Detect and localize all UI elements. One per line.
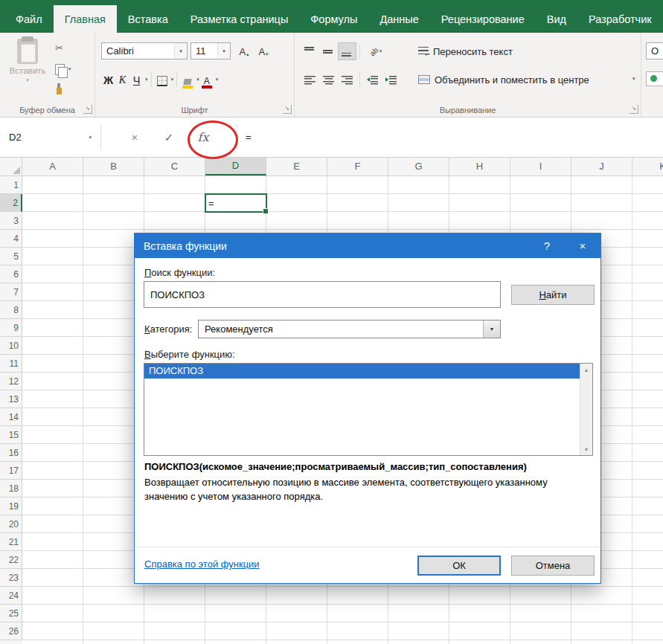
align-middle-button[interactable] [319, 42, 338, 60]
row-header[interactable]: 24 [0, 587, 22, 605]
row-header[interactable]: 7 [0, 283, 22, 301]
fill-color-button[interactable] [180, 71, 195, 88]
find-button[interactable]: Найти [511, 285, 595, 305]
ribbon-tab[interactable]: Рецензирование [430, 5, 536, 33]
row-header[interactable]: 21 [0, 533, 22, 551]
column-header[interactable]: K [632, 158, 663, 176]
ribbon-tab[interactable]: Данные [368, 5, 429, 33]
row-header[interactable]: 5 [0, 248, 22, 265]
scroll-up-icon[interactable]: ▲ [580, 364, 592, 376]
ribbon-tab[interactable]: Формулы [299, 5, 368, 33]
ribbon-tab[interactable]: Разметка страницы [179, 5, 300, 33]
scroll-down-icon[interactable]: ▼ [580, 443, 592, 455]
row-header[interactable]: 20 [0, 515, 22, 533]
row-header[interactable]: 26 [0, 622, 22, 640]
function-search-input[interactable] [144, 281, 501, 308]
select-all-corner[interactable] [0, 158, 22, 176]
decrease-font-size-button[interactable]: А▾ [254, 42, 272, 59]
row-header[interactable]: 12 [0, 373, 22, 390]
help-button[interactable]: ? [529, 234, 565, 258]
enter-icon[interactable]: ✓ [162, 131, 176, 144]
dialog-launcher-icon[interactable] [630, 105, 638, 114]
align-top-button[interactable] [301, 42, 319, 60]
chevron-down-icon[interactable] [216, 77, 219, 83]
row-header[interactable]: 25 [0, 605, 22, 622]
name-box[interactable]: D2 [0, 117, 100, 157]
column-header[interactable]: H [449, 158, 510, 176]
chevron-down-icon[interactable] [174, 43, 187, 59]
dialog-launcher-icon[interactable] [83, 105, 92, 114]
function-list-item[interactable]: ПОИСКПОЗ [144, 364, 580, 379]
merge-center-button[interactable]: Объединить и поместить в центре [418, 70, 589, 89]
close-icon[interactable]: × [565, 234, 600, 258]
font-name-combo[interactable]: Calibri [101, 42, 188, 59]
column-header[interactable]: F [327, 158, 388, 176]
chevron-down-icon[interactable] [89, 135, 92, 141]
dialog-launcher-icon[interactable] [283, 105, 292, 114]
cancel-icon[interactable]: × [128, 131, 141, 144]
row-header[interactable]: 15 [0, 426, 22, 444]
ribbon-tab[interactable]: Разработчик [577, 5, 663, 33]
ribbon-tab[interactable]: Вставка [117, 5, 179, 33]
insert-function-icon[interactable]: fx [196, 130, 210, 144]
column-header[interactable]: C [144, 158, 205, 176]
column-header[interactable]: B [83, 158, 144, 176]
increase-font-size-button[interactable]: А▴ [235, 42, 253, 59]
row-header[interactable]: 17 [0, 462, 22, 480]
format-painter-button[interactable] [55, 83, 82, 98]
copy-button[interactable] [55, 62, 82, 77]
row-header[interactable]: 14 [0, 408, 22, 426]
row-header[interactable]: 6 [0, 265, 22, 283]
align-bottom-button[interactable] [338, 42, 356, 60]
active-cell[interactable]: = [205, 193, 267, 213]
row-header[interactable]: 11 [0, 355, 22, 373]
row-header[interactable]: 9 [0, 319, 22, 337]
row-header[interactable]: 13 [0, 390, 22, 408]
column-header[interactable]: I [510, 158, 571, 176]
ribbon-tab[interactable]: Главная [54, 5, 117, 33]
row-header[interactable]: 10 [0, 337, 22, 355]
font-size-combo[interactable]: 11 [190, 42, 231, 59]
bold-button[interactable]: Ж [101, 71, 115, 88]
row-header[interactable]: 4 [0, 230, 22, 248]
align-right-button[interactable] [338, 71, 356, 88]
align-center-button[interactable] [319, 71, 338, 88]
chevron-down-icon[interactable] [171, 77, 174, 83]
column-header[interactable]: E [266, 158, 327, 176]
chevron-down-icon[interactable] [217, 43, 230, 59]
row-header[interactable]: 22 [0, 551, 22, 569]
align-left-button[interactable] [301, 71, 319, 88]
decrease-indent-button[interactable] [363, 71, 382, 88]
ribbon-tab[interactable]: Файл [4, 5, 54, 33]
chevron-down-icon[interactable] [145, 77, 148, 83]
chevron-down-icon[interactable] [632, 76, 635, 82]
list-scrollbar[interactable]: ▲ ▼ [580, 364, 592, 455]
row-header[interactable]: 2 [0, 194, 22, 212]
number-format-combo[interactable]: О [646, 42, 663, 59]
ok-button[interactable]: ОК [417, 556, 501, 576]
row-header[interactable]: 16 [0, 444, 22, 462]
row-header[interactable]: 19 [0, 498, 22, 515]
row-header[interactable]: 1 [0, 176, 22, 194]
borders-button[interactable] [155, 71, 170, 88]
row-header[interactable]: 23 [0, 569, 22, 587]
row-header[interactable]: 3 [0, 212, 22, 230]
column-header[interactable]: J [571, 158, 632, 176]
cut-button[interactable]: ✂ [55, 40, 82, 55]
italic-button[interactable]: К [115, 71, 129, 88]
ribbon-tab[interactable]: Вид [536, 5, 577, 33]
category-dropdown[interactable]: Рекомендуется [198, 320, 501, 338]
chevron-down-icon[interactable] [483, 321, 500, 338]
increase-indent-button[interactable] [382, 71, 400, 88]
function-list[interactable]: ▲ ▼ ПОИСКПОЗ [144, 363, 593, 456]
cancel-button[interactable]: Отмена [511, 556, 595, 576]
accounting-format-icon[interactable] [646, 71, 663, 86]
row-header[interactable]: 8 [0, 301, 22, 319]
wrap-text-button[interactable]: Переносить текст [418, 42, 513, 61]
row-header[interactable]: 18 [0, 480, 22, 498]
underline-button[interactable]: Ч [129, 71, 144, 88]
help-link[interactable]: Справка по этой функции [144, 558, 260, 570]
orientation-button[interactable]: ab [363, 42, 388, 60]
column-header[interactable]: G [388, 158, 449, 176]
font-color-button[interactable]: А [199, 71, 214, 88]
